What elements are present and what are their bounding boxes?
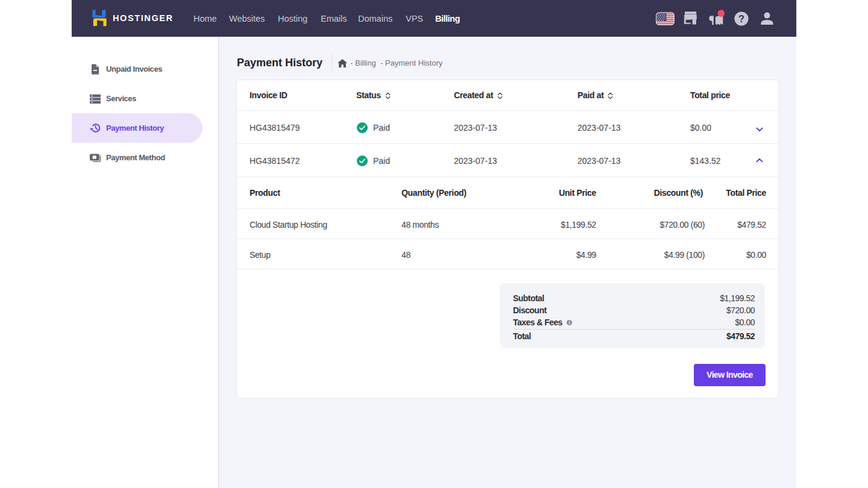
svg-text:?: ? <box>738 13 744 24</box>
